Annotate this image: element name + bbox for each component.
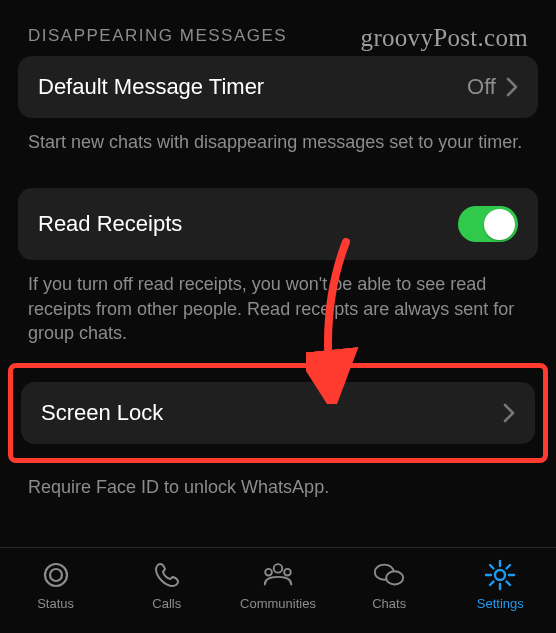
- svg-point-6: [386, 571, 403, 584]
- highlight-annotation: Screen Lock: [8, 363, 548, 463]
- tab-label: Status: [37, 596, 74, 611]
- svg-line-14: [490, 582, 494, 586]
- svg-line-13: [507, 582, 511, 586]
- row-default-message-timer[interactable]: Default Message Timer Off: [18, 56, 538, 118]
- chats-icon: [372, 558, 406, 592]
- communities-icon: [261, 558, 295, 592]
- svg-line-15: [507, 565, 511, 569]
- svg-point-3: [265, 569, 272, 576]
- row-right: [503, 403, 515, 423]
- row-right: Off: [467, 74, 518, 100]
- phone-icon: [150, 558, 184, 592]
- section-footer-read-receipts: If you turn off read receipts, you won't…: [18, 260, 538, 345]
- row-value: Off: [467, 74, 496, 100]
- svg-point-1: [50, 569, 62, 581]
- status-icon: [39, 558, 73, 592]
- watermark-text: groovyPost.com: [361, 24, 528, 52]
- tab-chats[interactable]: Chats: [339, 558, 439, 611]
- chevron-right-icon: [506, 77, 518, 97]
- tab-calls[interactable]: Calls: [117, 558, 217, 611]
- tab-status[interactable]: Status: [6, 558, 106, 611]
- row-label: Read Receipts: [38, 211, 182, 237]
- tab-label: Calls: [152, 596, 181, 611]
- tab-settings[interactable]: Settings: [450, 558, 550, 611]
- row-label: Default Message Timer: [38, 74, 264, 100]
- tab-label: Settings: [477, 596, 524, 611]
- toggle-read-receipts[interactable]: [458, 206, 518, 242]
- row-screen-lock[interactable]: Screen Lock: [21, 382, 535, 444]
- tab-label: Communities: [240, 596, 316, 611]
- tab-bar: Status Calls Communities Chats: [0, 547, 556, 633]
- section-footer-screen-lock: Require Face ID to unlock WhatsApp.: [18, 463, 538, 499]
- tab-communities[interactable]: Communities: [228, 558, 328, 611]
- settings-screen: DISAPPEARING MESSAGES Default Message Ti…: [0, 0, 556, 499]
- svg-point-7: [495, 570, 505, 580]
- row-label: Screen Lock: [41, 400, 163, 426]
- tab-label: Chats: [372, 596, 406, 611]
- svg-line-12: [490, 565, 494, 569]
- row-read-receipts: Read Receipts: [18, 188, 538, 260]
- toggle-knob: [484, 209, 515, 240]
- section-footer-disappearing: Start new chats with disappearing messag…: [18, 118, 538, 154]
- chevron-right-icon: [503, 403, 515, 423]
- svg-point-0: [45, 564, 67, 586]
- svg-point-4: [284, 569, 291, 576]
- svg-point-2: [274, 564, 283, 573]
- gear-icon: [483, 558, 517, 592]
